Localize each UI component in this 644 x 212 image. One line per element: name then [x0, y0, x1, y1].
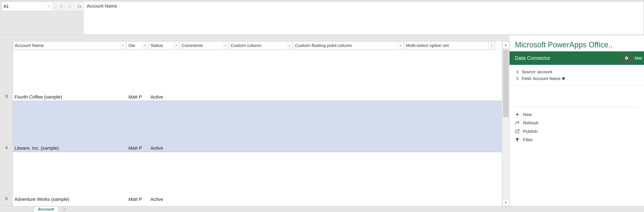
formula-input[interactable]: Account Name	[84, 2, 644, 35]
cell[interactable]: Fourth Coffee (sample)	[13, 50, 127, 101]
cancel-formula-icon[interactable]: ✕	[59, 4, 63, 9]
filter-dropdown-icon[interactable]: ▾	[489, 43, 494, 48]
cell[interactable]	[180, 152, 229, 203]
cell[interactable]	[180, 50, 229, 101]
row-number[interactable]: 4	[0, 144, 13, 151]
formula-text: Account Name	[87, 3, 117, 9]
cell[interactable]	[229, 152, 294, 203]
cell[interactable]	[180, 101, 229, 152]
table-row[interactable]: Fourth Coffee (sample)Matt PActive	[13, 50, 502, 101]
column-header-label: Custom column	[231, 43, 262, 48]
new-label: New	[523, 112, 532, 117]
cell[interactable]	[404, 101, 495, 152]
refresh-button[interactable]: Refresh	[515, 119, 638, 127]
column-header[interactable]: Custom column▾	[229, 41, 294, 50]
add-sheet-button[interactable]: ＋	[62, 206, 67, 212]
refresh-label: Refresh	[523, 120, 538, 126]
row-number[interactable]: 3	[0, 93, 13, 100]
publish-label: Publish	[523, 129, 538, 134]
filter-dropdown-icon[interactable]: ▾	[142, 43, 148, 48]
panel-header-bar: Data Connector Mat	[510, 51, 644, 65]
cell[interactable]: Matt P	[127, 50, 149, 101]
table-row[interactable]: Adventure Works (sample)Matt PActive	[13, 152, 502, 203]
row-number[interactable]: 5	[0, 195, 13, 202]
cell[interactable]	[229, 50, 294, 101]
cell[interactable]	[404, 152, 495, 203]
fx-icon[interactable]: ƒx	[78, 4, 82, 9]
formula-controls: ✕ ✓ ƒx	[57, 2, 84, 11]
info-source: Source: account	[515, 69, 638, 75]
scroll-down-button[interactable]: ▼	[502, 199, 509, 206]
table-row[interactable]: Litware, Inc. (sample)Matt PActive	[13, 101, 502, 152]
column-header[interactable]: Custom floating point column▾	[294, 41, 404, 50]
cell[interactable]: Matt P	[127, 101, 149, 152]
panel-bar-title: Data Connector	[515, 55, 550, 61]
publish-icon	[515, 129, 520, 134]
sheet-tab-account[interactable]: Account	[34, 206, 58, 212]
cell[interactable]	[294, 101, 404, 152]
sheet-tabs: Account ＋	[0, 206, 644, 212]
settings-button[interactable]	[622, 54, 631, 62]
info-source-text: Source: account	[522, 70, 552, 74]
column-header[interactable]: Account Name▾	[13, 41, 127, 50]
column-header-label: Ow	[128, 43, 135, 48]
info-field-text: Field: Account Name ✱	[522, 76, 565, 81]
formula-bar: ⋮ ✕ ✓ ƒx Account Name	[0, 0, 644, 35]
cell[interactable]: Matt P	[127, 152, 149, 203]
panel-title: Microsoft PowerApps Office..	[510, 35, 644, 51]
name-box[interactable]	[1, 2, 53, 11]
column-header[interactable]: Multi-select option set▾	[404, 41, 495, 50]
new-button[interactable]: New	[515, 110, 638, 119]
publish-button[interactable]: Publish	[515, 127, 638, 136]
powerapps-panel: Microsoft PowerApps Office.. Data Connec…	[509, 35, 644, 206]
row-gutter: 345	[0, 41, 13, 206]
cell[interactable]: Active	[149, 101, 180, 152]
column-header-label: Comments	[182, 43, 203, 48]
list-icon	[515, 70, 519, 74]
grid-body: Fourth Coffee (sample)Matt PActiveLitwar…	[13, 50, 502, 206]
list-icon	[515, 76, 519, 81]
vertical-scrollbar[interactable]: ▲ ▼	[502, 41, 509, 206]
scroll-up-button[interactable]: ▲	[502, 41, 509, 48]
cell[interactable]: Adventure Works (sample)	[13, 152, 127, 203]
panel-info: Source: account Field: Account Name ✱	[510, 65, 644, 86]
plus-icon	[515, 112, 520, 117]
filter-icon	[515, 138, 520, 142]
column-headers: Account Name▾Ow▾Status▾Comments▾Custom c…	[13, 41, 502, 50]
name-box-input[interactable]	[4, 4, 42, 9]
filter-dropdown-icon[interactable]: ▾	[222, 43, 228, 48]
spreadsheet-grid: 345 Account Name▾Ow▾Status▾Comments▾Cust…	[0, 35, 509, 206]
column-header-label: Account Name	[15, 43, 44, 48]
filter-dropdown-icon[interactable]: ▾	[174, 43, 179, 48]
panel-actions: New Refresh Publish Filter	[510, 107, 644, 147]
filter-label: Filter	[523, 137, 533, 142]
cell[interactable]	[294, 50, 404, 101]
accept-formula-icon[interactable]: ✓	[68, 4, 72, 9]
filter-button[interactable]: Filter	[515, 136, 638, 144]
column-header-label: Multi-select option set	[406, 43, 449, 48]
column-header[interactable]: Comments▾	[180, 41, 229, 50]
filter-dropdown-icon[interactable]: ▾	[398, 43, 403, 48]
cell[interactable]: Litware, Inc. (sample)	[13, 101, 127, 152]
cell[interactable]: Active	[149, 50, 180, 101]
scroll-thumb[interactable]	[503, 50, 508, 117]
cell[interactable]	[229, 101, 294, 152]
gear-icon	[624, 56, 629, 60]
filter-dropdown-icon[interactable]: ▾	[120, 43, 126, 48]
name-box-dropdown[interactable]	[46, 3, 52, 10]
info-field: Field: Account Name ✱	[515, 75, 638, 82]
refresh-icon	[515, 121, 520, 125]
column-header[interactable]: Ow▾	[127, 41, 149, 50]
column-header-label: Custom floating point column	[295, 43, 352, 48]
cell[interactable]	[404, 50, 495, 101]
column-header[interactable]: Status▾	[149, 41, 180, 50]
filter-dropdown-icon[interactable]: ▾	[287, 43, 292, 48]
cell[interactable]: Active	[149, 152, 180, 203]
formula-bar-expand-icon[interactable]: ⋮	[53, 2, 57, 11]
column-header-label: Status	[150, 43, 163, 48]
panel-user-label: Mat	[634, 56, 642, 61]
cell[interactable]	[294, 152, 404, 203]
